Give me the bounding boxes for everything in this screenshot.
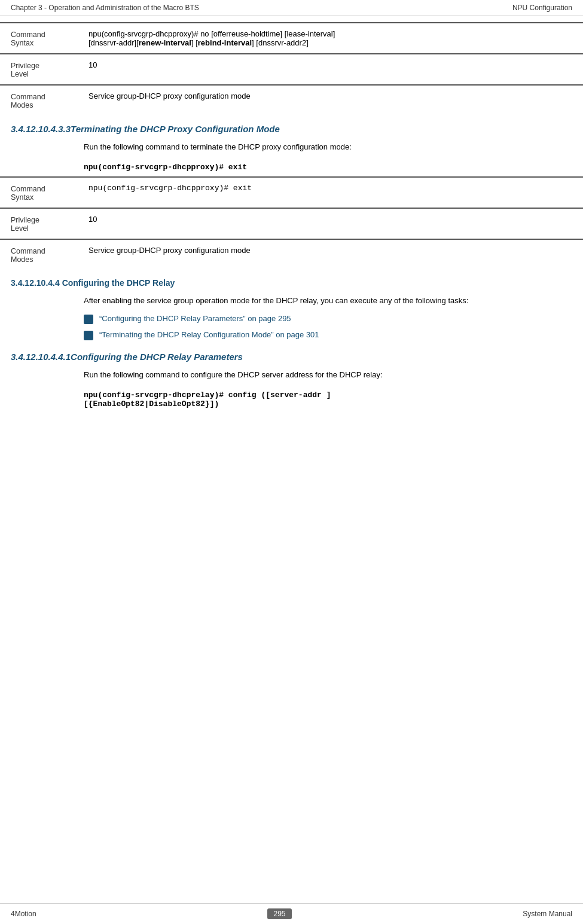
section-heading-italic: 3.4.12.10.4.3.3Terminating the DHCP Prox… [0, 115, 583, 138]
body-text: Run the following command to configure t… [0, 365, 583, 386]
table-row: Privilege Level10 [0, 208, 583, 239]
header-left: Chapter 3 - Operation and Administration… [11, 4, 199, 12]
table-row: Privilege Level10 [0, 54, 583, 84]
footer-left: 4Motion [11, 910, 36, 918]
page-footer: 4Motion 295 System Manual [0, 903, 583, 924]
page-header: Chapter 3 - Operation and Administration… [0, 0, 583, 16]
row-label: Command Syntax [0, 23, 78, 53]
bullet-item: “Configuring the DHCP Relay Parameters” … [0, 311, 583, 327]
info-table: Command ModesService group-DHCP proxy co… [0, 84, 583, 115]
page-content: Command Syntaxnpu(config-srvcgrp-dhcppro… [0, 16, 583, 449]
footer-right: System Manual [523, 910, 572, 918]
row-value: npu(config-srvcgrp-dhcpproxy)# exit [78, 177, 583, 208]
header-right: NPU Configuration [512, 4, 572, 12]
row-label: Command Modes [0, 85, 78, 115]
code-block: npu(config-srvcgrp-dhcpproxy)# exit [0, 158, 583, 176]
bullet-icon [84, 331, 93, 340]
row-value: 10 [78, 208, 583, 239]
row-value: 10 [78, 54, 583, 84]
row-value: Service group-DHCP proxy configuration m… [78, 239, 583, 270]
row-label: Command Syntax [0, 177, 78, 208]
info-table: Command Syntaxnpu(config-srvcgrp-dhcppro… [0, 22, 583, 53]
info-table: Privilege Level10 [0, 208, 583, 239]
section-heading-bold: 3.4.12.10.4.4 Configuring the DHCP Relay [0, 270, 583, 291]
bullet-text[interactable]: “Terminating the DHCP Relay Configuratio… [99, 330, 319, 339]
info-table: Command ModesService group-DHCP proxy co… [0, 239, 583, 270]
bullet-text[interactable]: “Configuring the DHCP Relay Parameters” … [99, 314, 291, 323]
body-text: After enabling the service group operati… [0, 291, 583, 312]
section-heading-italic: 3.4.12.10.4.4.1Configuring the DHCP Rela… [0, 343, 583, 365]
row-label: Command Modes [0, 239, 78, 270]
row-label: Privilege Level [0, 54, 78, 84]
row-value: npu(config-srvcgrp-dhcpproxy)# no [offer… [78, 23, 583, 53]
table-row: Command ModesService group-DHCP proxy co… [0, 239, 583, 270]
info-table: Privilege Level10 [0, 53, 583, 84]
table-row: Command ModesService group-DHCP proxy co… [0, 85, 583, 115]
bullet-icon [84, 315, 93, 324]
info-table: Command Syntaxnpu(config-srvcgrp-dhcppro… [0, 176, 583, 208]
row-label: Privilege Level [0, 208, 78, 239]
body-text: Run the following command to terminate t… [0, 138, 583, 158]
bullet-item: “Terminating the DHCP Relay Configuratio… [0, 327, 583, 343]
table-row: Command Syntaxnpu(config-srvcgrp-dhcppro… [0, 23, 583, 53]
page-number: 295 [267, 908, 291, 919]
row-value: Service group-DHCP proxy configuration m… [78, 85, 583, 115]
code-block-multiline: npu(config-srvcgrp-dhcprelay)# config ([… [0, 386, 583, 413]
table-row: Command Syntaxnpu(config-srvcgrp-dhcppro… [0, 177, 583, 208]
